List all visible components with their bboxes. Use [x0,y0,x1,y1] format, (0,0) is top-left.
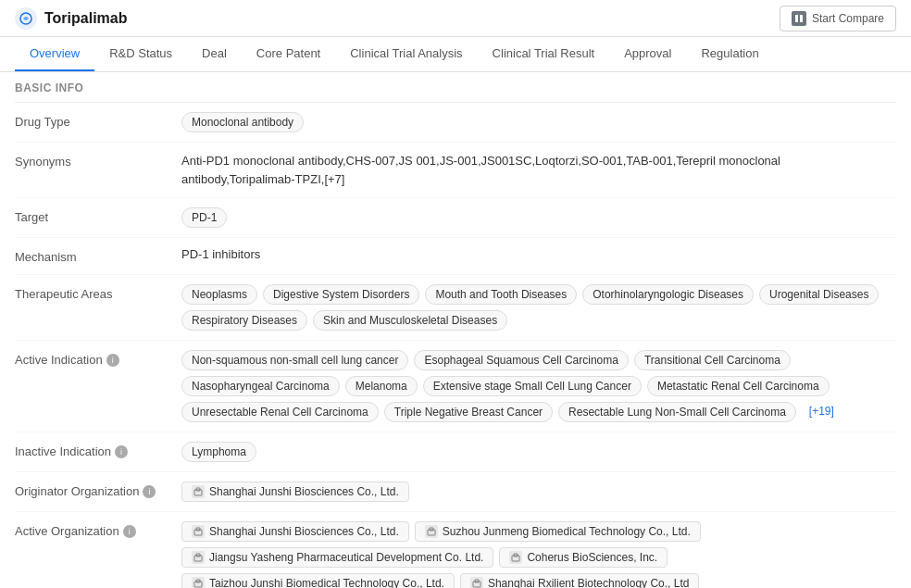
therapeutic-areas-content: Neoplasms Digestive System Disorders Mou… [181,284,896,331]
target-content: PD-1 [181,207,896,228]
drug-type-row: Drug Type Monoclonal antibody [15,103,896,143]
tab-core-patent[interactable]: Core Patent [242,37,335,71]
mechanism-label: Mechanism [15,247,181,264]
target-label: Target [15,207,181,224]
therapeutic-areas-row: Therapeutic Areas Neoplasms Digestive Sy… [15,275,896,341]
compare-label: Start Compare [812,12,884,25]
list-item: Jiangsu Yasheng Pharmaceutical Developme… [181,547,493,568]
header-left: Toripalimab [15,7,128,30]
org-icon [192,551,205,564]
drug-title: Toripalimab [44,10,128,27]
inactive-indication-content: Lymphoma [181,442,896,462]
inactive-indication-row: Inactive Indication i Lymphoma [15,432,896,472]
start-compare-button[interactable]: Start Compare [780,6,896,31]
drug-type-content: Monoclonal antibody [181,112,896,132]
tab-regulation[interactable]: Regulation [686,37,773,71]
list-item: Transitional Cell Carcinoma [634,350,791,370]
list-item: Suzhou Junmeng Biomedical Technology Co.… [415,521,701,542]
inactive-indication-label: Inactive Indication i [15,442,181,458]
drug-type-label: Drug Type [15,112,181,129]
list-item: Coherus BioSciences, Inc. [499,547,668,568]
list-item: Respiratory Diseases [181,310,307,331]
org-icon [470,577,483,588]
svg-rect-8 [430,528,433,531]
therapeutic-areas-label: Therapeutic Areas [15,284,181,301]
originator-org-label: Originator Organization i [15,482,181,498]
list-item: Melanoma [345,376,418,396]
org-icon [425,525,438,538]
target-row: Target PD-1 [15,198,896,238]
basic-info-header: Basic Info [15,72,896,103]
active-org-label: Active Organization i [15,521,181,538]
org-icon [192,577,205,588]
svg-rect-16 [475,580,479,582]
svg-rect-12 [514,554,518,557]
compare-icon [792,11,806,26]
svg-rect-6 [196,528,200,531]
active-org-info-icon[interactable]: i [123,525,136,538]
list-item: Resectable Lung Non-Small Cell Carcinoma [558,402,796,422]
list-item: Metastatic Renal Cell Carcinoma [647,376,830,396]
mechanism-content: PD-1 inhibitors [181,247,896,261]
list-item: Nasopharyngeal Carcinoma [181,376,340,396]
list-item: Extensive stage Small Cell Lung Cancer [423,376,642,396]
drug-icon [15,7,37,30]
svg-rect-14 [196,580,200,582]
list-item: Shanghai Rxilient Biotechnology Co., Ltd [460,573,699,588]
active-org-content: Shanghai Junshi Biosciences Co., Ltd. Su… [181,521,896,588]
page-header: Toripalimab Start Compare [0,0,911,37]
synonyms-row: Synonyms Anti-PD1 monoclonal antibody,CH… [15,143,896,198]
list-item: Lymphoma [181,442,256,462]
nav-tabs: Overview R&D Status Deal Core Patent Cli… [0,37,911,72]
active-indication-content: Non-squamous non-small cell lung cancer … [181,350,896,422]
tab-approval[interactable]: Approval [609,37,686,71]
tab-clinical-trial-result[interactable]: Clinical Trial Result [478,37,610,71]
tab-deal[interactable]: Deal [187,37,242,71]
list-item: Mouth and Tooth Diseases [425,284,577,305]
drug-type-tag: Monoclonal antibody [181,112,304,132]
list-item: Unresectable Renal Cell Carcinoma [181,402,379,422]
list-item: Taizhou Junshi Biomedical Technology Co.… [181,573,455,588]
active-indication-row: Active Indication i Non-squamous non-sma… [15,341,896,432]
list-item: Triple Negative Breast Cancer [384,402,553,422]
active-indication-label: Active Indication i [15,350,181,367]
active-indication-info-icon[interactable]: i [106,354,119,367]
svg-rect-10 [196,554,200,557]
svg-rect-4 [196,488,200,491]
list-item: Non-squamous non-small cell lung cancer [181,350,408,370]
active-indication-more[interactable]: [+19] [802,402,842,420]
originator-org-row: Originator Organization i Shanghai Junsh… [15,472,896,512]
tab-clinical-trial-analysis[interactable]: Clinical Trial Analysis [335,37,477,71]
mechanism-row: Mechanism PD-1 inhibitors [15,238,896,275]
list-item: Shanghai Junshi Biosciences Co., Ltd. [181,521,409,542]
target-tag: PD-1 [181,207,227,228]
list-item: Urogenital Diseases [759,284,879,305]
main-content: Basic Info Drug Type Monoclonal antibody… [0,72,911,588]
synonyms-content: Anti-PD1 monoclonal antibody,CHS-007,JS … [181,152,896,188]
originator-org-content: Shanghai Junshi Biosciences Co., Ltd. [181,482,896,502]
org-icon [192,485,205,498]
tab-rd-status[interactable]: R&D Status [94,37,187,71]
tab-overview[interactable]: Overview [15,37,94,71]
list-item: Digestive System Disorders [263,284,419,305]
inactive-indication-info-icon[interactable]: i [115,445,128,458]
list-item: Esophageal Squamous Cell Carcinoma [414,350,628,370]
mechanism-value: PD-1 inhibitors [181,247,260,261]
originator-org-info-icon[interactable]: i [143,485,156,498]
svg-rect-2 [800,15,803,22]
list-item: Skin and Musculoskeletal Diseases [313,310,507,331]
synonyms-label: Synonyms [15,152,181,169]
list-item: Neoplasms [181,284,257,305]
org-icon [192,525,205,538]
active-org-row: Active Organization i Shanghai Junshi Bi… [15,512,896,588]
svg-rect-1 [795,15,798,22]
org-icon [509,551,522,564]
synonyms-value: Anti-PD1 monoclonal antibody,CHS-007,JS … [181,152,896,188]
originator-org-tag: Shanghai Junshi Biosciences Co., Ltd. [181,482,409,502]
list-item: Otorhinolaryngologic Diseases [582,284,754,305]
